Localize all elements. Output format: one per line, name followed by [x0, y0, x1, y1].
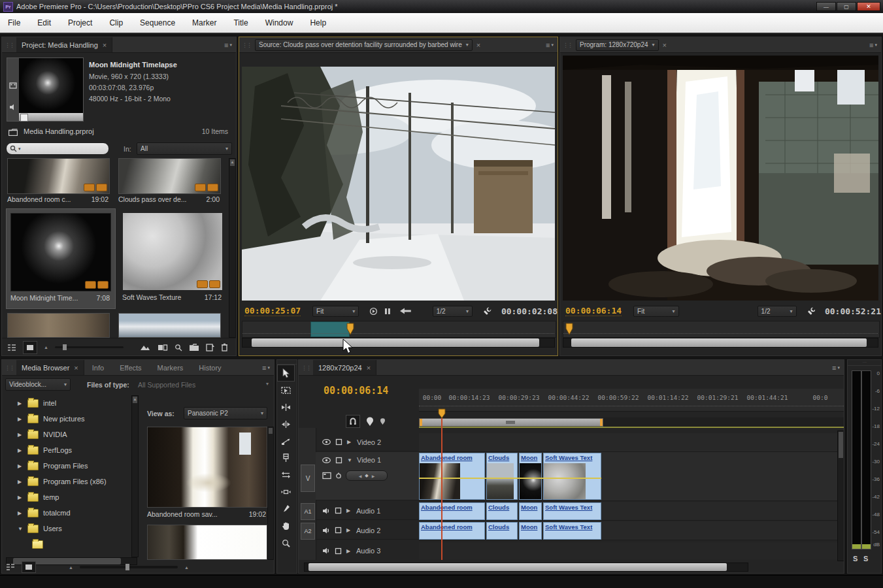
track-lock-icon[interactable]: [335, 438, 342, 446]
source-zoom-dropdown[interactable]: Fit▾: [312, 306, 359, 317]
timeline-clip-video[interactable]: Soft Waves Text: [543, 453, 601, 500]
project-file-name[interactable]: Media Handling.prproj: [24, 127, 94, 135]
panel-menu-icon[interactable]: ≡▾: [865, 41, 881, 49]
toggle-track-output-icon[interactable]: [322, 547, 330, 554]
pen-tool[interactable]: [277, 500, 295, 517]
source-video-frame[interactable]: [242, 67, 555, 301]
track-lock-icon[interactable]: [335, 507, 342, 514]
hand-tool[interactable]: [277, 517, 295, 534]
new-bin-icon[interactable]: [189, 344, 199, 351]
source-playhead[interactable]: [346, 323, 355, 336]
program-playhead[interactable]: [565, 323, 574, 336]
tab-project[interactable]: Project: Media Handling ×: [16, 37, 112, 52]
drag-audio-icon[interactable]: [384, 307, 392, 316]
files-of-type-caret[interactable]: ▾: [266, 381, 269, 387]
project-clip-4[interactable]: Soft Waves Texture 17:12: [118, 208, 227, 308]
trash-icon[interactable]: [221, 343, 228, 351]
icon-view-button[interactable]: [23, 341, 37, 354]
program-video-frame[interactable]: [563, 56, 878, 301]
timeline-clip-audio[interactable]: Soft Waves Text: [543, 522, 601, 540]
tree-item[interactable]: ▶totalcmd: [6, 505, 130, 521]
browser-zoom-out[interactable]: ▲: [69, 565, 73, 570]
razor-tool[interactable]: [277, 449, 295, 466]
source-clip-selector[interactable]: Source: Clouds pass over detention facil…: [255, 39, 473, 51]
expand-track-icon[interactable]: ▶: [346, 527, 352, 533]
toggle-track-output-icon[interactable]: [322, 508, 330, 514]
work-area-bar[interactable]: [419, 418, 603, 427]
solo-left-button[interactable]: S: [853, 555, 858, 563]
timeline-clip-audio[interactable]: Moon: [519, 502, 542, 520]
thumb-zoom-slider[interactable]: [55, 346, 124, 348]
tree-item[interactable]: ▶intel: [6, 395, 130, 411]
project-clip-partial-1[interactable]: [7, 313, 110, 338]
slip-tool[interactable]: [277, 466, 295, 483]
track-header-video1[interactable]: ▼ Video 1 ◀◆▶: [316, 452, 419, 500]
menu-title[interactable]: Title: [232, 18, 249, 27]
ripple-edit-tool[interactable]: [277, 399, 295, 416]
tree-item-selected[interactable]: [6, 536, 130, 552]
menu-marker[interactable]: Marker: [191, 18, 218, 27]
selection-tool[interactable]: [277, 365, 295, 382]
rolling-edit-tool[interactable]: [277, 416, 295, 433]
preview-scrubber[interactable]: [19, 113, 83, 121]
menu-file[interactable]: File: [7, 18, 22, 27]
slide-tool[interactable]: [277, 483, 295, 500]
close-button[interactable]: ✕: [857, 2, 880, 11]
insert-arrow-icon[interactable]: [400, 308, 412, 314]
automate-to-sequence-icon[interactable]: [139, 344, 151, 351]
loupe-icon[interactable]: [175, 344, 182, 351]
panel-grip[interactable]: ⋮⋮: [301, 365, 310, 371]
tree-item[interactable]: ▼Users: [6, 521, 130, 536]
panel-menu-icon[interactable]: ≡▾: [220, 41, 236, 49]
zoom-tool[interactable]: [277, 534, 295, 551]
tree-item[interactable]: ▶Program Files (x86): [6, 474, 130, 489]
drive-dropdown[interactable]: Videoblock...▾: [5, 378, 71, 391]
files-of-type-value[interactable]: All Supported Files: [138, 381, 195, 389]
timeline-vscrollbar[interactable]: [837, 431, 844, 561]
new-item-icon[interactable]: [206, 344, 214, 351]
source-patch-a2[interactable]: A2: [301, 523, 315, 540]
tab-close-icon[interactable]: ×: [103, 41, 107, 49]
track-lock-icon[interactable]: [335, 457, 342, 464]
menu-project[interactable]: Project: [67, 18, 93, 27]
panel-grip[interactable]: ⋮⋮: [5, 365, 14, 371]
program-zoom-dropdown[interactable]: Fit▾: [633, 306, 679, 317]
tree-item[interactable]: ▶Program Files: [6, 458, 130, 474]
keyframe-nav-pill[interactable]: ◀◆▶: [346, 470, 388, 481]
tree-vscrollbar[interactable]: ▲: [131, 395, 139, 557]
browser-clip-thumb-partial[interactable]: [147, 525, 267, 560]
toggle-track-output-icon[interactable]: [322, 527, 330, 534]
timeline-clip-video[interactable]: Moon: [519, 453, 542, 500]
timeline-clip-audio[interactable]: Abandoned room: [419, 502, 485, 520]
marker-small-icon[interactable]: [380, 417, 386, 425]
settings-wrench-icon[interactable]: [807, 306, 816, 316]
zoom-out-handle[interactable]: ▲: [44, 345, 48, 350]
program-mini-timeline[interactable]: [563, 321, 880, 338]
tab-sequence[interactable]: 1280x720p24 ×: [313, 360, 376, 375]
source-in-out-span[interactable]: [310, 321, 350, 337]
tab-media-browser[interactable]: Media Browser×: [16, 360, 84, 375]
timeline-playhead-head[interactable]: [437, 408, 446, 419]
find-icon[interactable]: [158, 344, 168, 351]
program-timecode[interactable]: 00:00:06:14: [565, 306, 622, 316]
source-mini-timeline[interactable]: [242, 321, 556, 338]
menu-edit[interactable]: Edit: [36, 18, 52, 27]
solo-right-button[interactable]: S: [863, 555, 868, 563]
tab-close-icon[interactable]: ×: [476, 41, 480, 49]
source-timecode[interactable]: 00:00:25:07: [244, 306, 301, 316]
track-select-tool[interactable]: [277, 382, 295, 399]
menu-clip[interactable]: Clip: [108, 18, 124, 27]
expand-track-icon[interactable]: ▶: [346, 548, 352, 554]
source-scrollbar[interactable]: [242, 338, 555, 348]
panel-menu-icon[interactable]: ≡▾: [258, 364, 274, 372]
work-area-start-handle[interactable]: [420, 419, 422, 426]
timeline-clip-audio[interactable]: Moon: [519, 522, 542, 540]
marker-icon[interactable]: [366, 417, 374, 427]
source-patch-v[interactable]: V: [301, 465, 315, 492]
rate-stretch-tool[interactable]: [277, 433, 295, 449]
panel-menu-icon[interactable]: ≡▾: [828, 364, 844, 372]
tab-effects[interactable]: Effects: [112, 360, 149, 375]
menu-sequence[interactable]: Sequence: [139, 18, 176, 27]
timeline-timecode[interactable]: 00:00:06:14: [324, 385, 388, 397]
tree-item[interactable]: ▶temp: [6, 489, 130, 505]
